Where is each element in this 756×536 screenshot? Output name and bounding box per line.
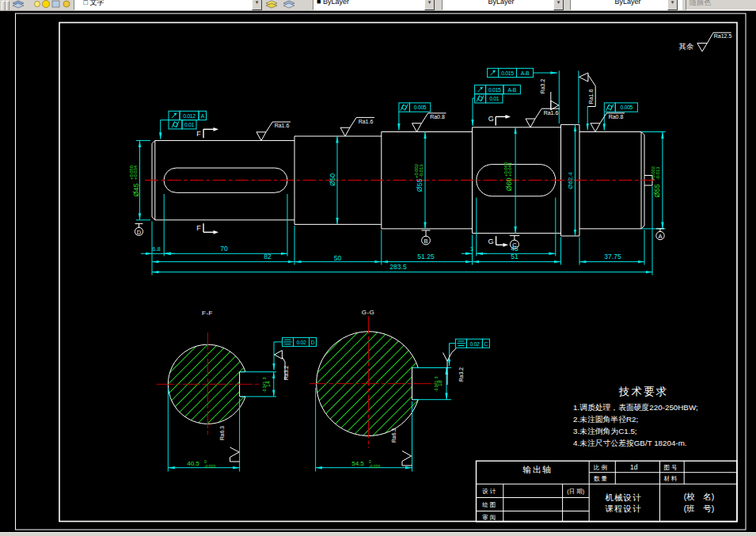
svg-text:-0.013: -0.013 [419, 165, 424, 177]
svg-text:0.01: 0.01 [489, 96, 500, 101]
svg-text:Ra3.2: Ra3.2 [458, 367, 464, 382]
svg-text:-0.043: -0.043 [263, 382, 267, 393]
svg-text:图 号: 图 号 [663, 464, 678, 471]
svg-text:Ra1.6: Ra1.6 [588, 89, 594, 105]
svg-text:A: A [201, 113, 205, 119]
svg-text:数 量: 数 量 [594, 475, 608, 482]
svg-text:3.未注倒角为C1.5;: 3.未注倒角为C1.5; [573, 427, 637, 435]
svg-text:输出轴: 输出轴 [522, 465, 553, 474]
svg-text:4.未注尺寸公差按GB/T 18204-m.: 4.未注尺寸公差按GB/T 18204-m. [573, 439, 687, 447]
svg-text:D: D [137, 229, 142, 236]
svg-text:Ø55: Ø55 [416, 178, 424, 192]
svg-text:(校 名): (校 名) [684, 492, 715, 501]
svg-text:-0.013: -0.013 [655, 167, 660, 180]
svg-text:D: D [311, 340, 315, 345]
svg-text:0.02: 0.02 [296, 340, 306, 345]
svg-text:6.8: 6.8 [152, 245, 160, 253]
svg-text:0.015: 0.015 [488, 87, 501, 93]
svg-text:Ra0.8: Ra0.8 [609, 114, 624, 120]
svg-text:Ra0.8: Ra0.8 [430, 114, 445, 120]
svg-text:比 例: 比 例 [594, 464, 607, 471]
svg-text:技术要求: 技术要求 [618, 386, 668, 397]
svg-text:0.02: 0.02 [469, 341, 480, 347]
svg-text:82: 82 [264, 253, 272, 260]
svg-text:(班 号): (班 号) [684, 504, 715, 513]
svg-text:机械设计: 机械设计 [606, 492, 642, 502]
svg-text:绘 图: 绘 图 [482, 501, 496, 508]
svg-text:材 料: 材 料 [663, 475, 678, 482]
svg-text:Ra1.6: Ra1.6 [544, 110, 559, 116]
svg-text:(日 期): (日 期) [567, 488, 585, 495]
svg-text:0.015: 0.015 [501, 70, 514, 76]
svg-text:G: G [488, 115, 494, 123]
svg-text:2.未注圆角半径R2;: 2.未注圆角半径R2; [573, 415, 638, 424]
svg-text:其余: 其余 [679, 42, 695, 51]
svg-text:F: F [196, 224, 201, 232]
svg-text:0.012: 0.012 [183, 113, 196, 119]
svg-text:0: 0 [435, 376, 439, 378]
svg-text:课程设计: 课程设计 [605, 504, 642, 513]
svg-text:37.75: 37.75 [604, 253, 621, 260]
svg-text:3: 3 [470, 245, 473, 253]
svg-text:0.01: 0.01 [184, 122, 195, 127]
svg-text:A-B: A-B [507, 87, 516, 93]
svg-text:+0.041: +0.041 [507, 162, 512, 177]
svg-text:51.25: 51.25 [417, 253, 435, 260]
svg-text:40.5: 40.5 [187, 460, 199, 467]
svg-text:A-B: A-B [521, 70, 530, 76]
svg-text:283.5: 283.5 [389, 263, 407, 271]
svg-text:-0.043: -0.043 [435, 381, 439, 392]
svg-text:Ø60: Ø60 [505, 177, 513, 191]
svg-text:Ø45: Ø45 [132, 183, 140, 196]
svg-text:Ra3.2: Ra3.2 [540, 79, 545, 94]
svg-text:Ra1.6: Ra1.6 [359, 119, 374, 124]
svg-text:F-F: F-F [202, 310, 213, 317]
svg-text:0: 0 [263, 377, 267, 379]
svg-text:Ø55: Ø55 [653, 184, 661, 197]
svg-text:Ra12.5: Ra12.5 [714, 33, 732, 39]
svg-text:G: G [488, 238, 493, 245]
svg-text:Ø62.4: Ø62.4 [567, 172, 574, 189]
svg-text:0.005: 0.005 [621, 105, 633, 110]
svg-text:B: B [424, 238, 427, 245]
svg-text:审 阅: 审 阅 [482, 514, 496, 521]
svg-text:Ra3.2: Ra3.2 [283, 366, 289, 380]
svg-text:1d: 1d [630, 463, 638, 471]
svg-text:0.005: 0.005 [414, 105, 427, 110]
svg-text:Ra6.3: Ra6.3 [391, 428, 397, 443]
svg-text:Ra1.6: Ra1.6 [275, 123, 290, 128]
svg-text:C: C [512, 241, 517, 249]
svg-text:G-G: G-G [362, 309, 375, 316]
svg-text:54.5: 54.5 [351, 460, 364, 467]
svg-text:50: 50 [334, 254, 342, 262]
svg-text:70: 70 [220, 245, 228, 253]
svg-text:C: C [484, 341, 488, 347]
svg-text:Ra6.3: Ra6.3 [219, 426, 225, 440]
svg-text:F: F [196, 130, 201, 138]
svg-text:+0.034: +0.034 [133, 165, 138, 180]
svg-text:A: A [658, 233, 662, 240]
svg-text:设 计: 设 计 [482, 488, 496, 495]
svg-text:-0.020: -0.020 [369, 464, 380, 469]
svg-text:1.调质处理，表面硬度220-250HBW;: 1.调质处理，表面硬度220-250HBW; [573, 403, 698, 412]
svg-text:Ø50: Ø50 [329, 173, 336, 186]
svg-text:51: 51 [511, 253, 519, 260]
svg-text:-0.020: -0.020 [204, 464, 215, 469]
